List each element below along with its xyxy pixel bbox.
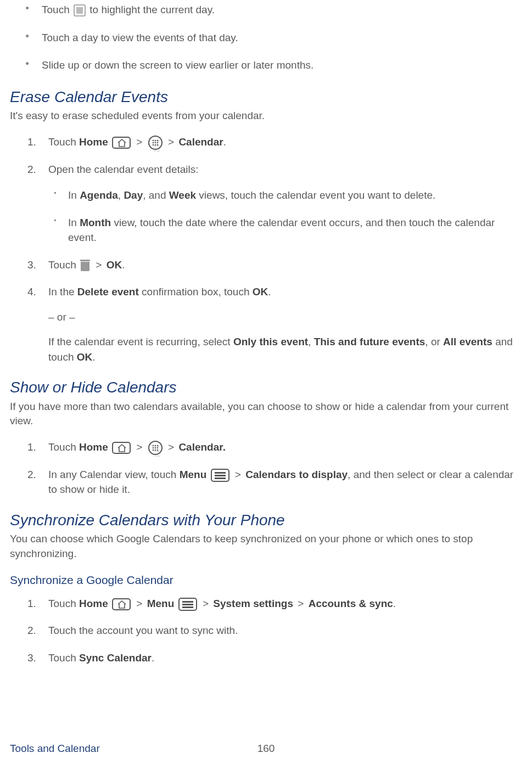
text: , [308,336,314,347]
apps-icon [148,136,163,150]
or-separator: – or – [10,310,522,325]
separator: > [295,598,307,609]
bold: Calendar. [178,441,226,453]
separator: > [165,441,177,453]
svg-point-3 [152,142,154,143]
svg-point-16 [154,450,156,451]
home-icon [112,442,131,454]
erase-steps: 1. Touch Home > > Calendar. 2. Open the … [10,134,522,300]
separator: > [93,259,105,271]
step: 2. Touch the account you want to sync wi… [48,623,522,638]
bold: Calendars to display [245,469,348,480]
separator: > [133,598,145,609]
substep: In Month view, touch the date where the … [68,215,522,245]
text: . [268,286,271,297]
bold: Month [80,217,111,228]
text: Open the calendar event details: [48,164,199,175]
text: Touch a day to view the events of that d… [42,32,238,43]
svg-point-2 [156,139,158,141]
bold: Home [79,136,108,148]
svg-point-14 [156,447,158,449]
text: views, touch the calendar event you want… [196,189,435,201]
text: Touch [48,652,79,664]
trash-icon [80,259,90,271]
home-icon [112,598,131,610]
text: Touch [42,4,72,15]
bold: All events [443,336,492,347]
bold: Accounts & sync [309,598,393,609]
svg-point-13 [154,447,156,449]
text: , and [143,189,169,201]
text: confirmation box, touch [139,286,253,297]
bold: Menu [180,469,207,480]
bullet-item: Touch to highlight the current day. [42,3,522,18]
step-extra: If the calendar event is recurring, sele… [10,334,522,364]
separator: > [133,441,145,453]
text: In any Calendar view, touch [48,469,180,480]
svg-point-6 [152,144,154,145]
text: . [393,598,396,609]
bold: Home [79,598,108,609]
bold: Week [169,189,196,201]
top-bullet-list: Touch to highlight the current day. Touc… [10,3,522,73]
heading-showhide: Show or Hide Calendars [10,377,522,398]
text: to highlight the current day. [87,4,215,15]
bold: Menu [147,598,175,609]
text: In [68,189,80,201]
page-footer: Tools and Calendar 160 [10,741,522,756]
bold: Day [124,189,143,201]
footer-section: Tools and Calendar [10,743,100,754]
separator: > [200,598,212,609]
text: In [68,217,80,228]
svg-point-0 [152,139,154,141]
sync-intro: You can choose which Google Calendars to… [10,532,522,561]
step: 2. In any Calendar view, touch Menu > Ca… [48,467,522,497]
text: Touch [48,136,79,148]
text: . [152,652,154,664]
showhide-steps: 1. Touch Home > > Calendar. 2. In any Ca… [10,440,522,497]
text: . [92,351,95,363]
step: 2. Open the calendar event details: In A… [48,162,522,245]
step: 1. Touch Home > > Calendar. [48,134,522,150]
heading-sync: Synchronize Calendars with Your Phone [10,509,522,531]
text: Slide up or down the screen to view earl… [42,59,313,71]
menu-icon [178,598,197,611]
showhide-intro: If you have more than two calendars avai… [10,400,522,429]
bullet-item: Touch a day to view the events of that d… [42,31,522,46]
text: Touch [48,259,79,271]
text: Touch the account you want to sync with. [48,625,238,636]
bold: Sync Calendar [79,652,152,664]
svg-point-7 [154,144,156,145]
bold: System settings [213,598,293,609]
text: In the [48,286,77,297]
text: , or [425,336,443,347]
svg-point-11 [156,445,158,447]
svg-point-5 [156,142,158,143]
step: 4. In the Delete event confirmation box,… [48,284,522,300]
text: . [122,259,125,271]
home-icon [112,137,131,149]
page-number: 160 [257,741,275,756]
apps-icon [148,441,163,455]
bold: Home [79,441,108,453]
erase-intro: It's easy to erase scheduled events from… [10,109,522,123]
step: 3. Touch Sync Calendar. [48,650,522,666]
bold: Only this event [233,336,308,347]
svg-point-1 [154,139,156,141]
separator: > [165,136,177,148]
text: If the calendar event is recurring, sele… [48,336,233,347]
bold: OK [253,286,268,297]
separator: > [133,136,145,148]
sync-steps: 1. Touch Home > Menu > System settings >… [10,596,522,666]
svg-point-12 [152,447,154,449]
bold: OK [107,259,122,271]
svg-point-10 [154,445,156,447]
text: view, touch the date where the calendar … [68,217,495,244]
step: 1. Touch Home > > Calendar. [48,440,522,455]
menu-icon [211,469,229,482]
today-icon [74,4,86,16]
bold: Delete event [77,286,139,297]
separator: > [232,469,244,480]
substep: In Agenda, Day, and Week views, touch th… [68,188,522,203]
step: 3. Touch > OK. [48,257,522,273]
